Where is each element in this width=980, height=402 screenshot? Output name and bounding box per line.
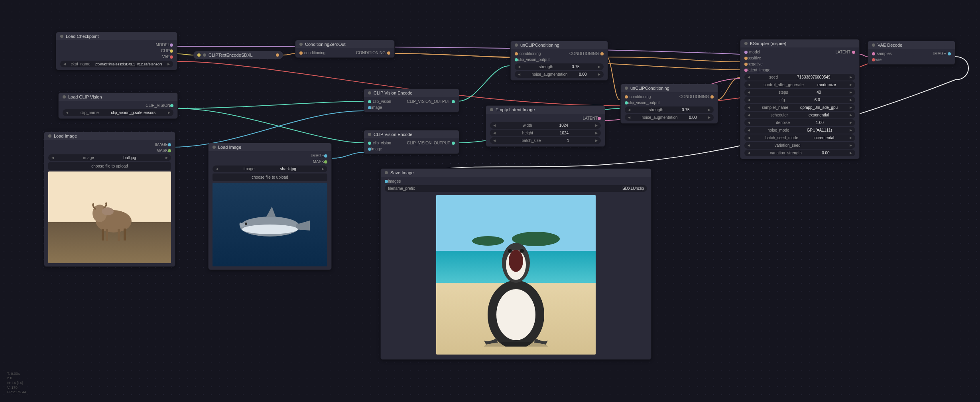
sampler-widget[interactable]: ◀sampler_namedpmpp_3m_sde_gpu▶ (744, 104, 855, 111)
var-strength-widget[interactable]: ◀variation_strength0.00▶ (744, 150, 855, 156)
node-load-image-bull[interactable]: Load Image IMAGE MASK ◀ image bull.jpg ▶… (44, 132, 175, 267)
output-port[interactable] (276, 53, 279, 57)
node-empty-latent[interactable]: Empty Latent Image LATENT ◀width1024▶ ◀h… (486, 105, 605, 147)
input-port[interactable] (197, 53, 201, 57)
strength-widget[interactable]: ◀strength0.75▶ (515, 63, 604, 70)
node-clip-vision-encode-1[interactable]: CLIP Vision Encode clip_vision CLIP_VISI… (364, 89, 459, 112)
denoise-widget[interactable]: ◀denoise1.00▶ (744, 119, 855, 126)
collapse-icon[interactable] (490, 108, 493, 111)
output-vae[interactable]: VAE (59, 54, 175, 60)
node-header[interactable]: unCLIPConditioning (621, 84, 718, 92)
node-header[interactable]: Load CLIP Vision (59, 93, 177, 101)
node-header[interactable]: Load Image (44, 132, 175, 140)
node-unclip-2[interactable]: unCLIPConditioning conditioning CONDITIO… (620, 84, 718, 124)
port-clip-vision-output[interactable]: clip_vision_output (623, 100, 715, 106)
node-canvas[interactable]: Load Checkpoint MODEL CLIP VAE ◀ ckpt_na… (0, 0, 980, 402)
output-mask[interactable]: MASK (47, 148, 173, 154)
collapse-icon[interactable] (299, 43, 303, 46)
node-vae-decode[interactable]: VAE Decode samples IMAGE vae (868, 41, 955, 65)
collapse-icon[interactable] (368, 133, 371, 136)
svg-rect-5 (102, 229, 104, 240)
arrow-left-icon[interactable]: ◀ (66, 111, 68, 114)
collapse-icon[interactable] (744, 42, 748, 45)
noise-widget[interactable]: ◀noise_augmentation0.00▶ (625, 114, 714, 121)
port-clip-vision-output[interactable]: clip_vision_output (513, 57, 605, 63)
port-conditioning[interactable]: conditioning CONDITIONING (623, 94, 715, 100)
node-unclip-1[interactable]: unCLIPConditioning conditioning CONDITIO… (510, 41, 608, 81)
collapse-icon[interactable] (385, 171, 388, 174)
port-samples[interactable]: samples IMAGE (870, 51, 952, 57)
node-header[interactable]: ConditioningZeroOut (295, 40, 394, 48)
collapse-icon[interactable] (515, 43, 518, 47)
node-save-image[interactable]: Save Image images filename_prefix SDXLUn… (380, 168, 651, 360)
node-header[interactable]: Save Image (381, 169, 651, 177)
node-header[interactable]: CLIP Vision Encode (364, 89, 459, 97)
port-image[interactable]: image (366, 104, 457, 110)
scheduler-widget[interactable]: ◀schedulerexponential▶ (744, 112, 855, 118)
node-load-checkpoint[interactable]: Load Checkpoint MODEL CLIP VAE ◀ ckpt_na… (56, 32, 177, 70)
collapse-icon[interactable] (203, 53, 206, 57)
arrow-right-icon[interactable]: ▶ (167, 62, 170, 66)
height-widget[interactable]: ◀height1024▶ (490, 130, 601, 136)
upload-button[interactable]: choose file to upload (48, 162, 171, 170)
node-load-clip-vision[interactable]: Load CLIP Vision CLIP_VISION ◀ clip_name… (58, 93, 178, 119)
port-model[interactable]: model LATENT (743, 49, 857, 55)
batch-widget[interactable]: ◀batch_size1▶ (490, 137, 601, 144)
node-header[interactable]: CLIP Vision Encode (364, 130, 459, 138)
node-ksampler[interactable]: KSampler (inspire) model LATENT positive… (740, 39, 860, 159)
collapse-icon[interactable] (872, 43, 875, 47)
collapse-icon[interactable] (213, 146, 216, 149)
output-model[interactable]: MODEL (59, 42, 175, 48)
output-clip-vision[interactable]: CLIP_VISION (61, 102, 175, 108)
arrow-right-icon[interactable]: ▶ (168, 111, 170, 114)
port-image[interactable]: image (366, 146, 457, 152)
node-conditioning-zero[interactable]: ConditioningZeroOut conditioning CONDITI… (295, 40, 395, 58)
port-conditioning[interactable]: conditioning CONDITIONING (513, 51, 605, 57)
ckpt-name-widget[interactable]: ◀ ckpt_name ptxmaxTimelessxlSDXL1_v12.sa… (60, 61, 173, 67)
cfg-widget[interactable]: ◀cfg6.0▶ (744, 97, 855, 103)
node-header[interactable]: Load Image (209, 143, 331, 151)
output-image[interactable]: IMAGE (211, 153, 329, 159)
port-images[interactable]: images (383, 178, 649, 184)
port-conditioning[interactable]: conditioning CONDITIONING (298, 50, 392, 56)
output-image[interactable]: IMAGE (47, 142, 173, 148)
output-latent[interactable]: LATENT (488, 115, 602, 121)
seed-widget[interactable]: ◀seed715338976000549▶ (744, 74, 855, 81)
node-header[interactable]: VAE Decode (868, 41, 955, 49)
node-clip-vision-encode-2[interactable]: CLIP Vision Encode clip_vision CLIP_VISI… (364, 130, 459, 154)
port-positive[interactable]: positive (743, 55, 857, 61)
steps-widget[interactable]: ◀steps40▶ (744, 89, 855, 96)
node-header[interactable]: unCLIPConditioning (511, 41, 608, 49)
collapse-icon[interactable] (368, 91, 371, 95)
arrow-left-icon[interactable]: ◀ (63, 62, 66, 66)
port-vae[interactable]: vae (870, 57, 952, 63)
output-clip[interactable]: CLIP (59, 48, 175, 54)
image-widget[interactable]: ◀ image bull.jpg ▶ (48, 154, 171, 161)
width-widget[interactable]: ◀width1024▶ (490, 122, 601, 129)
clip-name-widget[interactable]: ◀ clip_name clip_vision_g.safetensors ▶ (63, 109, 173, 116)
node-cliptext-encode[interactable]: CLIPTextEncodeSDXL (193, 51, 283, 59)
batch-seed-widget[interactable]: ◀batch_seed_modeincremental▶ (744, 134, 855, 141)
collapse-icon[interactable] (60, 35, 63, 38)
noise-mode-widget[interactable]: ◀noise_modeGPU(=A1111)▶ (744, 127, 855, 134)
collapse-icon[interactable] (63, 95, 66, 99)
collapse-icon[interactable] (625, 87, 628, 90)
noise-widget[interactable]: ◀noise_augmentation0.00▶ (515, 71, 604, 78)
prefix-widget[interactable]: filename_prefix SDXLUnclip (385, 185, 647, 192)
output-mask[interactable]: MASK (211, 159, 329, 165)
node-header[interactable]: Empty Latent Image (486, 106, 605, 114)
control-widget[interactable]: ◀control_after_generaterandomize▶ (744, 81, 855, 88)
port-negative[interactable]: negative (743, 61, 857, 67)
node-header[interactable]: KSampler (inspire) (740, 39, 859, 47)
port-latent[interactable]: latent_image (743, 67, 857, 73)
port-clip-vision[interactable]: clip_vision CLIP_VISION_OUTPUT (366, 99, 457, 104)
var-seed-widget[interactable]: ◀variation_seed▶ (744, 142, 855, 149)
collapse-icon[interactable] (48, 134, 51, 138)
port-clip-vision[interactable]: clip_vision CLIP_VISION_OUTPUT (366, 140, 457, 146)
image-widget[interactable]: ◀ image shark.jpg ▶ (213, 166, 327, 172)
strength-widget[interactable]: ◀strength0.75▶ (625, 106, 714, 113)
stat-i: I: 0 (7, 376, 26, 381)
upload-button[interactable]: choose file to upload (213, 173, 327, 181)
node-load-image-shark[interactable]: Load Image IMAGE MASK ◀ image shark.jpg … (208, 143, 332, 270)
node-header[interactable]: Load Checkpoint (56, 32, 177, 40)
